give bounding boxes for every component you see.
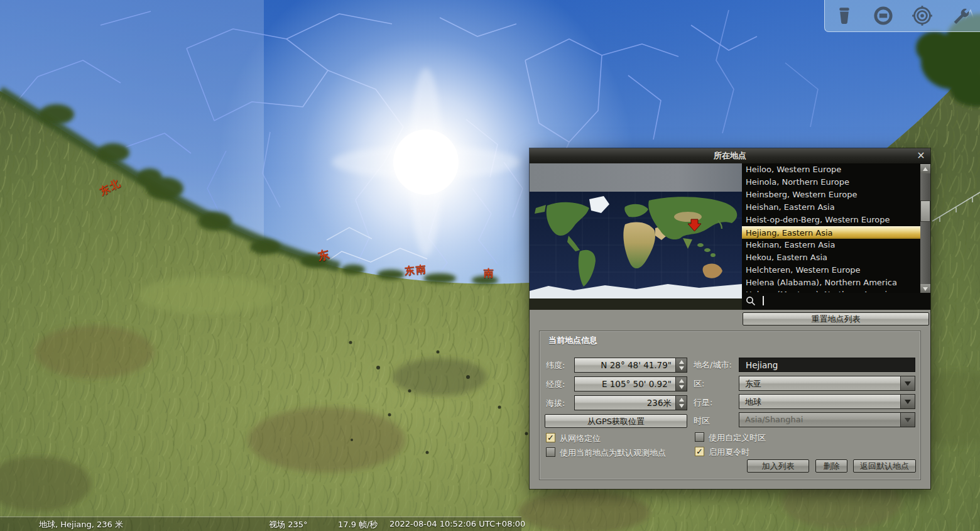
- latitude-label: 纬度:: [546, 360, 565, 371]
- city-name-input[interactable]: [739, 358, 915, 372]
- chevron-down-icon[interactable]: [900, 376, 915, 390]
- status-bar: 地球, Hejiang, 236 米 视场 235° 17.9 帧/秒 2022…: [0, 517, 521, 531]
- dialog-lower-area: 当前地点信息 纬度: N 28° 48' 41.79" 经度: E 105° 5…: [530, 310, 930, 489]
- list-item[interactable]: Hejiang, Eastern Asia: [742, 226, 920, 239]
- location-list: Heiloo, Western EuropeHeinola, Northern …: [742, 163, 930, 293]
- dialog-upper-area: Heiloo, Western EuropeHeinola, Northern …: [530, 163, 930, 310]
- dst-label: 启用夏令时: [709, 447, 749, 458]
- region-label: 区:: [694, 378, 704, 390]
- longitude-label: 经度:: [546, 379, 565, 390]
- map-letterbox: [530, 163, 742, 192]
- search-icon: [746, 296, 756, 307]
- add-to-list-button[interactable]: 加入列表: [747, 459, 809, 473]
- list-item[interactable]: Hekou, Eastern Asia: [742, 251, 920, 264]
- cardinal-southeast: 东南: [404, 263, 428, 278]
- spinner-arrows-icon[interactable]: [675, 358, 687, 372]
- latitude-spinner[interactable]: N 28° 48' 41.79": [574, 358, 687, 373]
- group-title: 当前地点信息: [548, 335, 597, 346]
- list-item[interactable]: Heist-op-den-Berg, Western Europe: [742, 214, 920, 226]
- close-icon[interactable]: ✕: [915, 150, 927, 162]
- return-default-button[interactable]: 返回默认地点: [853, 459, 916, 473]
- city-name-label: 地名/城市:: [694, 359, 732, 371]
- chevron-down-icon: [900, 413, 915, 427]
- longitude-spinner[interactable]: E 105° 50' 0.92": [574, 376, 687, 391]
- altitude-spinner[interactable]: 236米: [574, 395, 687, 410]
- chevron-down-icon[interactable]: [900, 395, 915, 408]
- timezone-combo: Asia/Shanghai: [739, 412, 915, 427]
- custom-timezone-label: 使用自定义时区: [709, 432, 766, 444]
- list-item[interactable]: Heishan, Eastern Asia: [742, 201, 920, 214]
- scrollbar-thumb[interactable]: [920, 200, 930, 222]
- status-fov[interactable]: 视场 235°: [269, 519, 307, 530]
- default-location-checkbox[interactable]: [546, 447, 555, 457]
- network-locate-checkbox[interactable]: ✓: [546, 433, 555, 442]
- list-item[interactable]: Hekinan, Eastern Asia: [742, 239, 920, 251]
- list-item[interactable]: Helena (Alabama), Northern America: [742, 276, 920, 289]
- list-scrollbar[interactable]: [920, 164, 930, 293]
- dialog-title: 所在地点: [530, 148, 930, 163]
- planet-combo[interactable]: 地球: [739, 394, 915, 409]
- stellarium-app: 东北 东 东南 南: [0, 0, 980, 531]
- circle-slot-icon[interactable]: [873, 5, 894, 26]
- list-item[interactable]: Heiloo, Western Europe: [742, 163, 920, 176]
- list-item[interactable]: Helchteren, Western Europe: [742, 264, 920, 276]
- gps-button[interactable]: 从GPS获取位置: [545, 414, 687, 428]
- scroll-down-icon[interactable]: [920, 284, 930, 293]
- custom-timezone-checkbox[interactable]: [695, 432, 704, 442]
- spinner-arrows-icon[interactable]: [675, 396, 687, 410]
- text-cursor: [763, 296, 764, 305]
- wrench-icon[interactable]: [950, 5, 972, 26]
- spinner-arrows-icon[interactable]: [675, 377, 687, 391]
- world-map[interactable]: [530, 192, 742, 298]
- reset-list-button[interactable]: 重置地点列表: [743, 312, 929, 326]
- cardinal-south: 南: [484, 267, 495, 280]
- status-datetime[interactable]: 2022-08-04 10:52:06 UTC+08:00: [389, 519, 525, 528]
- corner-toolbar: [824, 0, 980, 32]
- network-locate-label: 从网络定位: [560, 433, 601, 444]
- list-item-partial[interactable]: Helena (Montana), Northern America: [742, 289, 920, 292]
- map-lower-filler: [530, 298, 742, 310]
- list-item[interactable]: Heinsberg, Western Europe: [742, 189, 920, 201]
- list-item[interactable]: Heinola, Northern Europe: [742, 176, 920, 189]
- scroll-up-icon[interactable]: [920, 164, 930, 173]
- default-location-label: 使用当前地点为默认观测地点: [560, 447, 666, 459]
- location-search[interactable]: [742, 293, 930, 310]
- status-fps[interactable]: 17.9 帧/秒: [338, 519, 378, 530]
- altitude-label: 海拔:: [546, 398, 565, 409]
- dst-checkbox[interactable]: ✓: [695, 447, 704, 456]
- region-combo[interactable]: 东亚: [739, 376, 915, 391]
- delete-button[interactable]: 删除: [815, 459, 847, 473]
- location-dialog: 所在地点 ✕: [530, 148, 930, 489]
- status-location[interactable]: 地球, Hejiang, 236 米: [39, 519, 123, 530]
- target-icon[interactable]: [912, 5, 933, 26]
- timezone-label: 时区: [694, 415, 710, 427]
- bucket-icon[interactable]: [834, 5, 855, 26]
- planet-label: 行星:: [694, 397, 712, 408]
- current-location-groupbox: 当前地点信息 纬度: N 28° 48' 41.79" 经度: E 105° 5…: [539, 331, 921, 480]
